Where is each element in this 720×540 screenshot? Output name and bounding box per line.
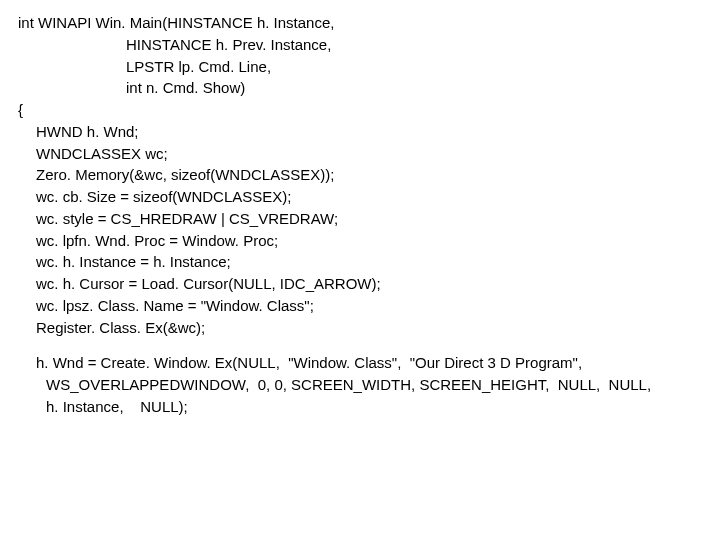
code-line: Register. Class. Ex(&wc); (18, 317, 710, 339)
code-line: wc. lpfn. Wnd. Proc = Window. Proc; (18, 230, 710, 252)
code-line: h. Wnd = Create. Window. Ex(NULL, "Windo… (18, 352, 710, 374)
code-line-brace: { (18, 99, 710, 121)
code-line: wc. cb. Size = sizeof(WNDCLASSEX); (18, 186, 710, 208)
code-line: HWND h. Wnd; (18, 121, 710, 143)
code-line: wc. h. Instance = h. Instance; (18, 251, 710, 273)
code-line: h. Instance, NULL); (18, 396, 710, 418)
code-line: int n. Cmd. Show) (18, 77, 710, 99)
code-line: wc. style = CS_HREDRAW | CS_VREDRAW; (18, 208, 710, 230)
code-line: wc. h. Cursor = Load. Cursor(NULL, IDC_A… (18, 273, 710, 295)
code-line: WNDCLASSEX wc; (18, 143, 710, 165)
code-line: HINSTANCE h. Prev. Instance, (18, 34, 710, 56)
code-line: int WINAPI Win. Main(HINSTANCE h. Instan… (18, 12, 710, 34)
code-line: Zero. Memory(&wc, sizeof(WNDCLASSEX)); (18, 164, 710, 186)
code-slide: int WINAPI Win. Main(HINSTANCE h. Instan… (0, 0, 720, 540)
blank-line (18, 338, 710, 352)
code-line: wc. lpsz. Class. Name = "Window. Class"; (18, 295, 710, 317)
code-line: LPSTR lp. Cmd. Line, (18, 56, 710, 78)
code-line: WS_OVERLAPPEDWINDOW, 0, 0, SCREEN_WIDTH,… (18, 374, 710, 396)
